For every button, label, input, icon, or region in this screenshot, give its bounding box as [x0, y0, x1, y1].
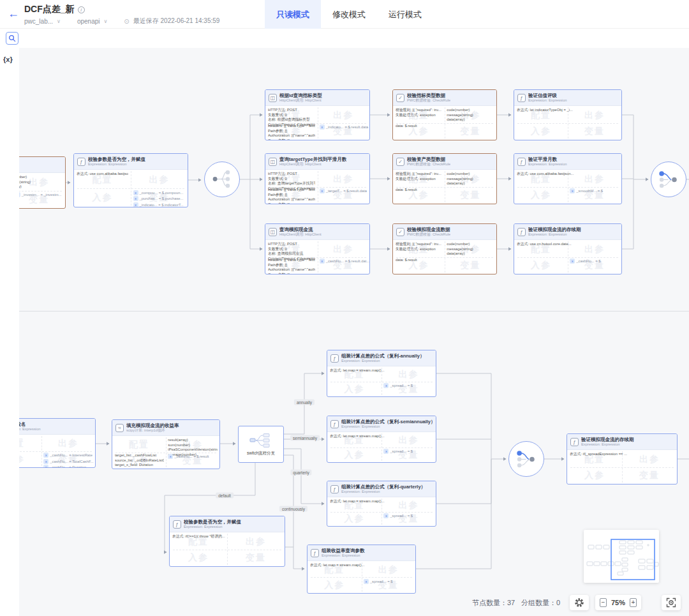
node-check-asset-type-data[interactable]: ✓校验资产类型数据PWC数据校验: CheckRule配置出参入参变量校验规则:…: [392, 153, 497, 204]
node-check-indicator-type-data[interactable]: ✓校验指标类型数据PWC数据校验: CheckRule配置出参入参变量校验规则:…: [392, 89, 497, 140]
zoom-control: − 75% +: [595, 595, 641, 610]
node-query-sim-cashflow[interactable]: ◫查询模拟现金流HttpClient调用: HttpClient配置出参入参变量…: [265, 223, 370, 274]
node-subtitle: HttpClient调用: HttpClient: [279, 162, 346, 167]
quadrant-divider: [173, 550, 281, 550]
check-node-icon: ✓: [396, 158, 404, 166]
node-check-params-assign-2[interactable]: ƒ校验参数是否为空，并赋值Expression: Expression配置出参入…: [169, 516, 285, 567]
quadrant-watermark: 变量: [461, 126, 481, 137]
node-titles: 校验资产类型数据PWC数据校验: CheckRule: [407, 156, 450, 167]
quadrant-watermark: 入参: [93, 192, 113, 204]
section-divider: [19, 311, 689, 312]
node-output-lines: code(number)message(string)data(array): [447, 172, 494, 186]
node-subtitle: Expression: Expression: [528, 232, 581, 237]
node-subtitle: HttpClient调用: HttpClient: [279, 98, 322, 103]
zoom-out-button[interactable]: −: [600, 598, 607, 607]
node-titles: 验证模拟现金流的存续期Expression: Expression: [528, 227, 581, 237]
node-title: 组装收益率查询参数: [322, 548, 365, 553]
node-titles: 组装计算点差的公式（复利-quarterly）Expression: Expre…: [341, 484, 426, 494]
quadrant-divider: [570, 467, 674, 468]
node-header: ƒ验证模拟现金流的存续期Expression: Expression: [567, 434, 677, 450]
node-switch-branch[interactable]: switch流程分支: [238, 426, 284, 463]
node-verify-cashflow-duration[interactable]: ƒ验证模拟现金流的存续期Expression: Expression配置出参入参…: [514, 223, 622, 274]
node-formula-quarterly[interactable]: ƒ组装计算点差的公式（复利-quarterly）Expression: Expr…: [327, 481, 436, 527]
node-config-lines: 表达式: let map = stream.map()...: [330, 499, 433, 504]
node-verify-valuation[interactable]: ƒ验证估值评级Expression: Expression配置出参入参变量表达式…: [514, 89, 622, 140]
variable-chip: x_cashFlo... = $: [570, 259, 600, 264]
node-header: ƒ验证模拟现金流的存续期Expression: Expression: [514, 224, 621, 240]
variable-chip: x_cashFlo... = $.result: [168, 454, 209, 459]
node-variable-chips: x_spread... = $: [383, 383, 413, 388]
info-icon[interactable]: i: [78, 6, 85, 13]
node-check-sim-cashflow-data[interactable]: ✓校验模拟现金流数据PWC数据校验: CheckRule配置出参入参变量校验规则…: [392, 223, 497, 274]
zoom-in-button[interactable]: +: [630, 598, 637, 607]
node-body: 配置出参入参变量表达式: use com.alibaba.fastjson...…: [514, 170, 621, 204]
node-output-lines: umber)ge(string)ray): [15, 175, 63, 190]
node-config-lines: 表达式: use com.alibaba.fastjson...: [517, 172, 619, 177]
node-subtitle: PWC数据校验: CheckRule: [407, 232, 450, 237]
node-titles: 校验参数是否为空，并赋值Expression: Expression: [184, 519, 241, 529]
tab-readonly-mode[interactable]: 只读模式: [265, 0, 321, 29]
node-titles: 组装收益率查询参数Expression: Expression: [322, 548, 365, 558]
check-node-icon: ✓: [396, 228, 404, 236]
status-bar: 节点数量：37 分组数量：0 − 75% +: [0, 594, 689, 613]
node-verify-cashflow-duration-2[interactable]: ƒ验证模拟现金流的存续期Expression: Expression配置出参入参…: [567, 433, 678, 485]
app-header: ← DCF点差_新 i pwc_lab... ∨ openapi ∨ ⊙ 最近保…: [0, 0, 689, 29]
variable-chip-text: _cashFlo... = $: [576, 259, 600, 263]
node-config-lines: 校验规则: [{ "required": tru...失败处理方式: excep…: [396, 242, 443, 252]
tab-edit-mode[interactable]: 修改模式: [321, 0, 377, 29]
junction-merge-junction-bottom[interactable]: [508, 441, 544, 477]
search-button[interactable]: [6, 32, 19, 45]
node-title: 校验参数是否为空，并赋值: [184, 519, 241, 525]
junction-merge-junction-top[interactable]: [651, 162, 686, 197]
node-title: 校验参数是否为空，并赋值: [88, 156, 145, 162]
settings-button[interactable]: [570, 595, 589, 610]
chevron-down-icon: ∨: [57, 19, 61, 24]
quadrant-watermark: 入参: [188, 552, 209, 564]
node-subtitle: Expression: Expression: [581, 442, 634, 447]
service-select[interactable]: openapi: [77, 18, 100, 25]
variable-chip: x_targetT... = $.result.data: [320, 188, 367, 193]
node-titles: 验证模拟现金流的存续期Expression: Expression: [581, 437, 634, 447]
fit-view-button[interactable]: [662, 595, 681, 610]
node-body: 配置出参入参变量表达式: let map = stream.map()...x_…: [327, 366, 436, 396]
node-body: 配置出参入参变量表达式: let map = stream.map()...x_…: [327, 497, 436, 526]
node-assemble-yield-query-params[interactable]: ƒ组装收益率查询参数Expression: Expression配置出参入参变量…: [307, 545, 416, 594]
variable-chip-icon: x: [364, 579, 369, 584]
node-formula-annually[interactable]: ƒ组装计算点差的公式（复利-annually）Expression: Expre…: [327, 350, 436, 397]
quadrant-divider: [330, 382, 433, 382]
expr-node-icon: ƒ: [517, 158, 526, 166]
expr-node-icon: ƒ: [330, 354, 339, 363]
last-saved-text: 最近保存 2022-06-21 14:35:59: [133, 17, 220, 26]
node-input-lines: target_list: _cashFlowListsource_list: _…: [115, 453, 164, 469]
node-verify-smooth-months[interactable]: ƒ验证平滑月数Expression: Expression配置出参入参变量表达式…: [514, 153, 622, 204]
variable-chip-text: _smoothM... = $: [576, 189, 603, 193]
node-fill-cashflow-yield[interactable]: ≈填充模拟现金流的收益率scipy计算: interp1d循环配置出参入参变量t…: [112, 419, 220, 469]
workspace-select[interactable]: pwc_lab...: [24, 18, 53, 25]
back-button[interactable]: ←: [8, 7, 19, 20]
node-subtitle: HttpClient调用: HttpClient: [279, 232, 322, 237]
junction-split-junction-top[interactable]: [204, 162, 240, 197]
tab-run-mode[interactable]: 运行模式: [377, 0, 433, 29]
variable-chip-text: _investm... = _investm...: [22, 193, 62, 197]
minimap[interactable]: [584, 530, 659, 583]
variables-panel-icon[interactable]: {x}: [3, 56, 13, 63]
node-config-lines: 表达式: use cn.hutool.core.date...: [517, 242, 619, 247]
node-query-indicator-type[interactable]: ◫根据id查询指标类型HttpClient调用: HttpClient配置出参入…: [265, 89, 370, 140]
quadrant-watermark: 出参: [58, 438, 78, 449]
flow-canvas[interactable]: ✓配置出参入参变量umber)ge(string)ray)x_investm..…: [0, 48, 689, 616]
node-formula-semiannually[interactable]: ƒ组装计算点差的公式（复利-semiannually）Expression: E…: [327, 416, 436, 463]
node-query-target-type[interactable]: ◫查询targetType并找到平滑月数HttpClient调用: HttpCl…: [265, 153, 370, 204]
node-check-params-assign[interactable]: ƒ校验参数是否为空，并赋值Expression: Expression配置出参入…: [73, 153, 188, 207]
node-body: 配置出参入参变量校验规则: [{ "required": tru...失败处理方…: [393, 106, 496, 140]
expr-node-icon: ƒ: [77, 158, 85, 166]
node-header: ✓校验资产类型数据PWC数据校验: CheckRule: [393, 154, 496, 170]
variable-chip-icon: x: [383, 383, 389, 388]
node-title: 校验模拟现金流数据: [407, 227, 450, 232]
quadrant-watermark: 出参: [333, 110, 353, 121]
mode-tabs: 只读模式 修改模式 运行模式: [265, 0, 433, 29]
variable-chip-text: _targetT... = $.result.data: [326, 189, 367, 193]
gear-icon: [574, 597, 584, 608]
variable-chip-icon: x: [570, 259, 575, 264]
node-header: ƒ组装计算点差的公式（复利-annually）Expression: Expre…: [327, 350, 436, 366]
quadrant-divider: [77, 188, 184, 189]
